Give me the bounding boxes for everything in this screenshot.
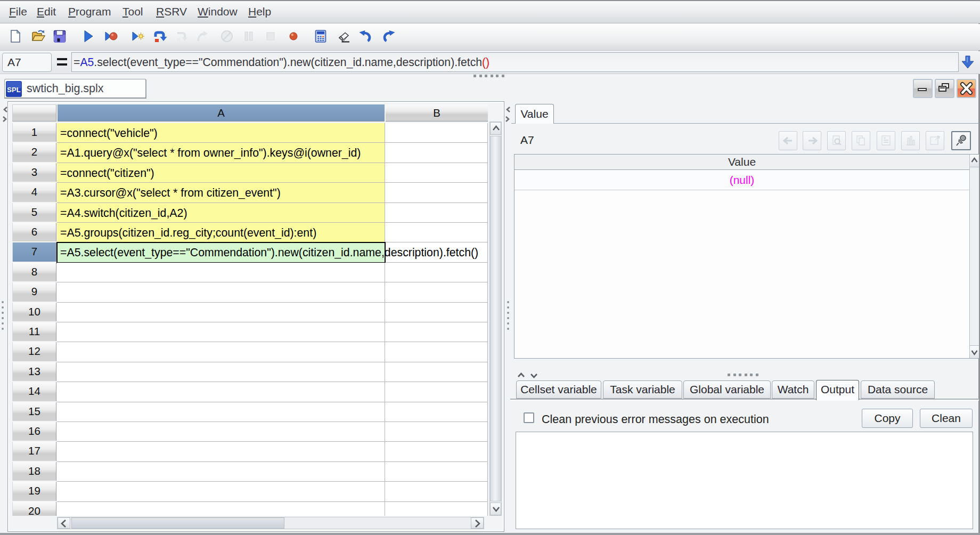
svg-text:SPL: SPL	[7, 86, 20, 94]
